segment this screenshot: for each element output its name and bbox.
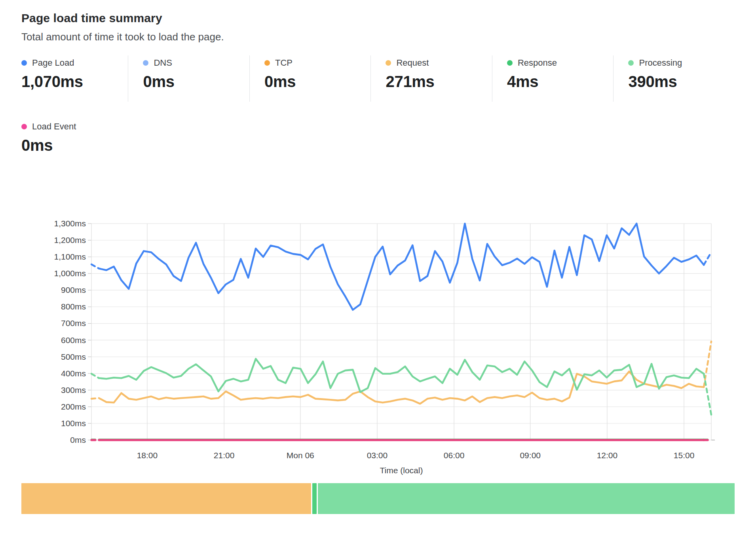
y-axis-label: 300ms <box>61 385 86 395</box>
y-axis-label: 400ms <box>61 369 86 378</box>
bar-segment-processing-phase[interactable] <box>318 483 735 514</box>
page-load-time-chart[interactable]: 0ms100ms200ms300ms400ms500ms600ms700ms80… <box>0 0 756 535</box>
status-timeline-bar <box>21 483 735 514</box>
series-line-request[interactable] <box>99 372 704 404</box>
bar-segment-request-phase[interactable] <box>21 483 311 514</box>
x-axis-label: Mon 06 <box>287 451 314 460</box>
series-line-request-dashed-start[interactable] <box>91 398 99 399</box>
y-axis-label: 200ms <box>61 402 86 411</box>
y-axis-label: 100ms <box>61 419 86 428</box>
x-axis-label: 03:00 <box>367 451 388 460</box>
x-axis-label: 09:00 <box>520 451 541 460</box>
x-axis-label: 21:00 <box>214 451 235 460</box>
y-axis-label: 1,200ms <box>54 235 86 245</box>
x-axis-label: 18:00 <box>137 451 158 460</box>
y-axis-label: 700ms <box>61 319 86 328</box>
y-axis-label: 1,100ms <box>54 252 86 261</box>
x-axis-label: 15:00 <box>674 451 695 460</box>
y-axis-label: 600ms <box>61 336 86 345</box>
series-line-page-load[interactable] <box>99 224 704 310</box>
series-line-page-load-dashed-start[interactable] <box>91 264 99 269</box>
bar-segment-transition-sliver[interactable] <box>312 483 317 514</box>
y-axis-label: 900ms <box>61 285 86 294</box>
y-axis-label: 500ms <box>61 352 86 361</box>
x-axis-label: 06:00 <box>444 451 465 460</box>
x-axis-title: Time (local) <box>380 466 423 475</box>
series-line-processing-dashed-start[interactable] <box>91 374 99 378</box>
series-line-page-load-dashed-end[interactable] <box>704 252 711 265</box>
y-axis-label: 1,000ms <box>54 269 86 278</box>
x-axis-label: 12:00 <box>597 451 618 460</box>
y-axis-label: 0ms <box>70 435 86 444</box>
y-axis-label: 800ms <box>61 302 86 311</box>
series-line-request-dashed-end[interactable] <box>704 341 711 387</box>
series-line-processing[interactable] <box>99 359 704 392</box>
y-axis-label: 1,300ms <box>54 219 86 228</box>
